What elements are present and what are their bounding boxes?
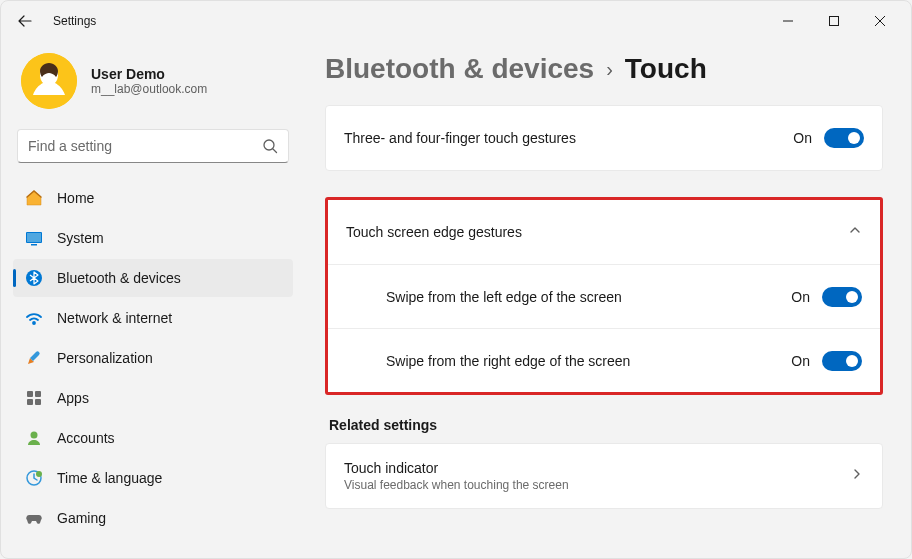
svg-rect-10: [35, 399, 41, 405]
setting-label: Three- and four-finger touch gestures: [344, 130, 793, 146]
sidebar: User Demo m__lab@outlook.com Home System…: [1, 41, 305, 558]
avatar: [21, 53, 77, 109]
toggle-status: On: [791, 289, 810, 305]
setting-label: Touch screen edge gestures: [346, 224, 848, 240]
profile-name: User Demo: [91, 66, 207, 82]
svg-point-2: [264, 140, 274, 150]
sidebar-item-label: Bluetooth & devices: [57, 270, 181, 286]
svg-rect-8: [35, 391, 41, 397]
sidebar-item-time[interactable]: Time & language: [13, 459, 293, 497]
svg-rect-0: [830, 17, 839, 26]
svg-point-13: [36, 471, 42, 477]
sidebar-item-label: Network & internet: [57, 310, 172, 326]
sidebar-item-accounts[interactable]: Accounts: [13, 419, 293, 457]
toggle-status: On: [793, 130, 812, 146]
main-content: Bluetooth & devices › Touch Three- and f…: [305, 41, 911, 558]
highlighted-section: Touch screen edge gestures Swipe from th…: [325, 197, 883, 395]
sidebar-item-label: Gaming: [57, 510, 106, 526]
sidebar-item-system[interactable]: System: [13, 219, 293, 257]
setting-label: Swipe from the left edge of the screen: [386, 289, 791, 305]
window-controls: [765, 5, 903, 37]
window-title: Settings: [53, 14, 96, 28]
sidebar-item-label: Personalization: [57, 350, 153, 366]
chevron-up-icon: [848, 223, 862, 241]
setting-sublabel: Visual feedback when touching the screen: [344, 478, 850, 492]
setting-label: Swipe from the right edge of the screen: [386, 353, 791, 369]
breadcrumb-parent[interactable]: Bluetooth & devices: [325, 53, 594, 85]
gestures-three-four-toggle[interactable]: [824, 128, 864, 148]
sidebar-item-home[interactable]: Home: [13, 179, 293, 217]
page-title: Touch: [625, 53, 707, 85]
minimize-button[interactable]: [765, 5, 811, 37]
apps-icon: [25, 389, 43, 407]
time-icon: [25, 469, 43, 487]
svg-rect-9: [27, 399, 33, 405]
network-icon: [25, 309, 43, 327]
maximize-button[interactable]: [811, 5, 857, 37]
swipe-right-toggle[interactable]: [822, 351, 862, 371]
chevron-right-icon: [850, 467, 864, 485]
minimize-icon: [783, 16, 793, 26]
gaming-icon: [25, 509, 43, 527]
gestures-three-four-card: Three- and four-finger touch gestures On: [325, 105, 883, 171]
sidebar-item-label: Home: [57, 190, 94, 206]
sidebar-item-gaming[interactable]: Gaming: [13, 499, 293, 537]
profile-email: m__lab@outlook.com: [91, 82, 207, 96]
search-icon: [262, 138, 278, 154]
svg-point-11: [31, 432, 38, 439]
sidebar-item-label: Time & language: [57, 470, 162, 486]
edge-gestures-header[interactable]: Touch screen edge gestures: [328, 200, 880, 264]
svg-rect-5: [31, 244, 37, 246]
search-input[interactable]: [28, 138, 262, 154]
close-button[interactable]: [857, 5, 903, 37]
setting-label: Touch indicator: [344, 460, 850, 476]
swipe-right-row: Swipe from the right edge of the screen …: [328, 328, 880, 392]
swipe-left-toggle[interactable]: [822, 287, 862, 307]
close-icon: [875, 16, 885, 26]
svg-rect-4: [27, 233, 41, 242]
title-bar: Settings: [1, 1, 911, 41]
chevron-right-icon: ›: [606, 58, 613, 81]
bluetooth-icon: [25, 269, 43, 287]
breadcrumb: Bluetooth & devices › Touch: [325, 53, 883, 85]
sidebar-item-label: Accounts: [57, 430, 115, 446]
system-icon: [25, 229, 43, 247]
related-settings-heading: Related settings: [329, 417, 883, 433]
sidebar-item-label: System: [57, 230, 104, 246]
sidebar-item-bluetooth[interactable]: Bluetooth & devices: [13, 259, 293, 297]
accounts-icon: [25, 429, 43, 447]
sidebar-item-personalization[interactable]: Personalization: [13, 339, 293, 377]
sidebar-item-network[interactable]: Network & internet: [13, 299, 293, 337]
back-button[interactable]: [9, 5, 41, 37]
home-icon: [25, 189, 43, 207]
profile-block[interactable]: User Demo m__lab@outlook.com: [13, 41, 293, 129]
toggle-status: On: [791, 353, 810, 369]
arrow-left-icon: [17, 13, 33, 29]
personalization-icon: [25, 349, 43, 367]
sidebar-item-apps[interactable]: Apps: [13, 379, 293, 417]
touch-indicator-card[interactable]: Touch indicator Visual feedback when tou…: [325, 443, 883, 509]
svg-rect-7: [27, 391, 33, 397]
swipe-left-row: Swipe from the left edge of the screen O…: [328, 264, 880, 328]
search-box[interactable]: [17, 129, 289, 163]
maximize-icon: [829, 16, 839, 26]
sidebar-item-label: Apps: [57, 390, 89, 406]
